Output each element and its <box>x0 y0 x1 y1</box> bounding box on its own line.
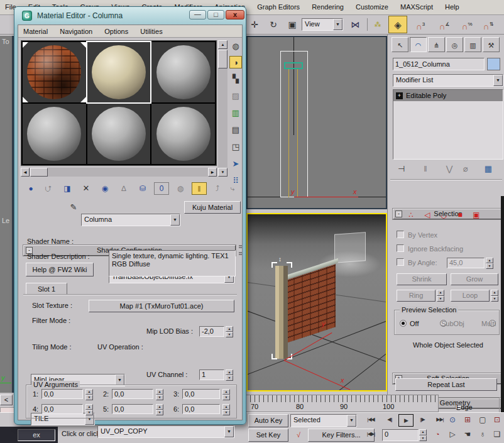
by-vertex-checkbox[interactable] <box>397 231 404 238</box>
vscroll-thumb[interactable] <box>218 50 227 68</box>
slot-texture-button[interactable]: Map #1 (TxMuroTut01.ace) <box>89 300 234 312</box>
put-to-library-icon[interactable]: ⛁ <box>135 182 150 195</box>
by-angle-checkbox[interactable] <box>397 258 404 266</box>
column-mesh[interactable] <box>275 266 288 359</box>
material-sample-slot[interactable] <box>23 42 86 102</box>
zoom-extents-icon[interactable]: ▢ <box>475 414 490 427</box>
rotate-icon[interactable]: ↻ <box>265 17 282 32</box>
uv-arg-field-3[interactable]: 0,0 <box>182 389 220 399</box>
field-of-view-icon[interactable]: ▷ <box>445 429 460 441</box>
by-angle-field[interactable]: 45,0 <box>447 258 485 268</box>
expand-icon[interactable]: + <box>396 92 403 99</box>
spin-up-icon[interactable]: ▲ <box>226 326 233 332</box>
scroll-down-icon[interactable]: ▼ <box>218 168 227 177</box>
spin-down-icon[interactable]: ▼ <box>226 332 233 337</box>
sample-uv-tiling-icon[interactable]: ▨ <box>229 90 242 102</box>
viewport-perspective[interactable]: ↕ x y <box>246 213 387 391</box>
snaps-toggle-icon[interactable]: ◈ <box>388 16 407 33</box>
spin-up-icon[interactable]: ▲ <box>486 258 493 263</box>
spin-up-icon[interactable]: ▲ <box>85 389 93 395</box>
track-bar[interactable]: 70 80 90 100 <box>245 395 439 412</box>
tab-hierarchy[interactable]: ⋔ <box>428 37 445 52</box>
ignore-backfacing-checkbox[interactable] <box>397 244 404 252</box>
params-scroll-gripper[interactable] <box>239 245 242 255</box>
help-fw2-wiki-button[interactable]: Help @ FW2 Wiki <box>26 263 94 276</box>
zoom-extents-all-icon[interactable]: ⊡ <box>490 414 504 427</box>
eyedropper-icon[interactable]: ✎ <box>67 201 80 214</box>
menu-customize[interactable]: Customize <box>351 0 393 14</box>
spin-down-icon[interactable]: ▼ <box>226 375 233 381</box>
uv-arg-spinner-2[interactable]: ▲▼ <box>156 389 163 399</box>
uv-channel-spinner[interactable]: ▲▼ <box>226 369 233 380</box>
me-title-bar[interactable]: G Material Editor - Columna — □ x <box>14 7 246 25</box>
keying-mode-dropdown[interactable]: Selected▼ <box>290 414 357 427</box>
options-icon[interactable]: ◳ <box>229 141 242 153</box>
tab-create[interactable]: ↖ <box>392 37 408 52</box>
video-color-check-icon[interactable]: ▥ <box>229 107 242 119</box>
spin-up-icon[interactable]: ▲ <box>156 404 163 410</box>
scroll-up-icon[interactable]: ▲ <box>218 40 227 49</box>
zoom-icon[interactable]: ⊙ <box>445 414 460 427</box>
spin-down-icon[interactable]: ▼ <box>486 263 493 269</box>
get-material-icon[interactable]: ● <box>23 182 38 195</box>
mip-lod-bias-field[interactable]: -2,0 <box>199 326 224 337</box>
me-menu-material[interactable]: Material <box>18 25 53 38</box>
uv-arg-field-6[interactable]: 0,0 <box>182 404 220 414</box>
make-preview-icon[interactable]: ▤ <box>229 124 242 136</box>
maximize-button[interactable]: □ <box>207 10 224 19</box>
uv-arg-spinner-6[interactable]: ▲▼ <box>222 404 230 414</box>
minmax-toggle-icon[interactable]: ❏ <box>490 429 504 441</box>
arc-rotate-icon[interactable]: ♁ <box>475 429 490 441</box>
spin-down-icon[interactable]: ▼ <box>85 395 93 400</box>
menu-help[interactable]: Help <box>440 0 464 14</box>
backlight-icon[interactable]: ◑ <box>229 56 242 68</box>
object-color-swatch[interactable] <box>487 58 500 70</box>
tab-modify[interactable]: ◠ <box>410 37 427 52</box>
material-sample-slot[interactable] <box>23 104 86 164</box>
menu-maxscript[interactable]: MAXScript <box>395 0 438 14</box>
material-sample-slot[interactable] <box>87 104 151 164</box>
by-angle-spinner[interactable]: ▲▼ <box>486 258 493 268</box>
uv-arg-field-5[interactable]: 0,0 <box>112 404 153 414</box>
show-end-result-icon[interactable]: ‖ <box>192 182 207 195</box>
pin-stack-icon[interactable]: ⊣ <box>394 163 409 175</box>
scroll-left-icon[interactable]: ◀ <box>21 168 30 177</box>
chevron-down-icon[interactable]: ▼ <box>224 426 234 437</box>
slot1-tab[interactable]: Slot 1 <box>26 283 67 295</box>
show-end-result-stack-icon[interactable]: ‖ <box>418 163 433 175</box>
new-key-curve-icon[interactable]: √ <box>292 429 305 442</box>
current-frame-field[interactable]: 0 <box>382 429 419 441</box>
vertex-icon[interactable]: ∴ <box>404 211 418 219</box>
material-id-channel-icon[interactable]: 0 <box>154 182 169 195</box>
auto-key-button[interactable]: Auto Key <box>248 414 288 427</box>
assign-material-icon[interactable]: ◨ <box>60 182 75 195</box>
percent-snap-icon[interactable]: ∩% <box>459 17 475 32</box>
sample-type-icon[interactable]: ◍ <box>229 40 242 53</box>
play-icon[interactable]: ▶ <box>398 414 414 427</box>
modifier-stack[interactable]: + Editable Poly <box>393 89 503 160</box>
next-frame-icon[interactable]: ||▶ <box>415 414 430 427</box>
loop-spinner[interactable]: ▲▼ <box>491 290 498 302</box>
collapse-icon[interactable]: - <box>395 211 402 217</box>
object-name-field[interactable]: 1_0512_Columna <box>393 58 485 70</box>
uv-arg-spinner-3[interactable]: ▲▼ <box>222 389 230 399</box>
show-map-in-viewport-icon[interactable]: ◍ <box>173 182 188 195</box>
time-configuration-icon[interactable]: ◔ <box>430 429 445 441</box>
material-name-dropdown[interactable]: Columna▼ <box>81 214 180 226</box>
make-unique-stack-icon[interactable]: ⋁ <box>442 163 457 175</box>
spin-up-icon[interactable]: ▲ <box>419 429 427 435</box>
repeat-last-button[interactable]: Repeat Last <box>395 378 497 391</box>
me-menu-options[interactable]: Options <box>99 25 133 38</box>
spin-down-icon[interactable]: ▼ <box>491 296 498 302</box>
mirror-icon[interactable]: ⋈ <box>347 17 363 32</box>
grow-button[interactable]: Grow <box>451 273 498 285</box>
scale-icon[interactable]: ▣ <box>284 17 300 32</box>
remove-modifier-icon[interactable]: ⌀ <box>458 163 473 175</box>
material-sample-slot-active[interactable] <box>87 42 151 102</box>
spin-up-icon[interactable]: ▲ <box>222 404 230 410</box>
scroll-left-button[interactable]: < <box>0 395 13 405</box>
sample-vscrollbar[interactable]: ▲ ▼ <box>218 40 227 177</box>
tab-motion[interactable]: ◎ <box>446 37 463 52</box>
shrink-button[interactable]: Shrink <box>397 273 447 285</box>
spin-down-icon[interactable]: ▼ <box>156 395 163 400</box>
